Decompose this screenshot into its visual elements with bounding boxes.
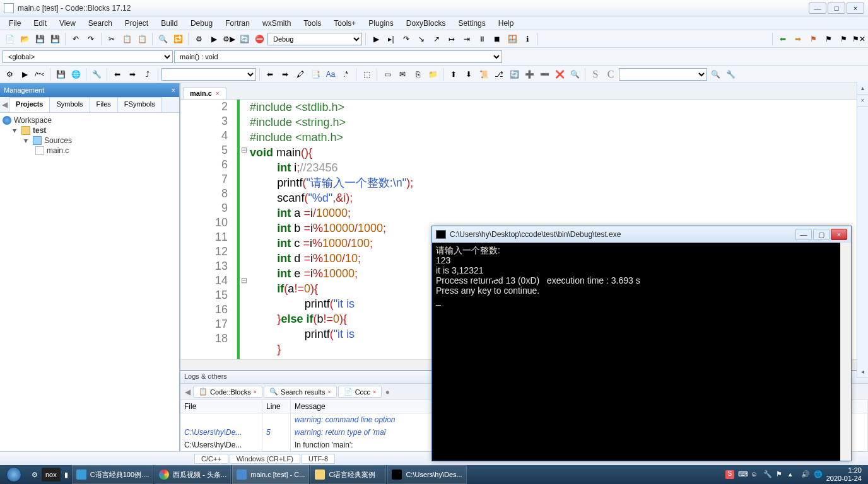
scope-select[interactable]: <global>: [3, 50, 173, 63]
f-log-icon[interactable]: 📜: [477, 67, 491, 81]
system-tray[interactable]: S ⌨ ☺ 🔧 ⚑ ▴ 🔊 🌐 1:20 2020-01-24: [725, 466, 868, 483]
step-out-icon[interactable]: ↗: [430, 32, 443, 46]
tab-files[interactable]: Files: [90, 97, 118, 112]
tab-scroll-left-icon[interactable]: ◀: [0, 97, 9, 112]
new-file-icon[interactable]: 📄: [3, 32, 16, 46]
project-tree[interactable]: Workspace ▾test ▾Sources main.c: [0, 113, 179, 451]
expander-icon[interactable]: ▾: [24, 136, 30, 145]
debug-continue-icon[interactable]: ▶: [369, 32, 383, 46]
menu-search[interactable]: Search: [82, 18, 119, 29]
menu-file[interactable]: File: [3, 18, 27, 29]
tab-close-icon[interactable]: ×: [327, 389, 331, 395]
dock-toggle-icon[interactable]: ◂: [857, 366, 868, 378]
management-close-icon[interactable]: ×: [172, 86, 175, 94]
tab-close-icon[interactable]: ×: [216, 90, 220, 97]
f-folder-icon[interactable]: 📁: [426, 67, 440, 81]
doxy-config-icon[interactable]: ⚙: [3, 67, 16, 81]
logs-tab-search[interactable]: 🔍 Search results ×: [264, 386, 337, 398]
next-icon[interactable]: ➡: [278, 67, 292, 81]
tray-keyboard-icon[interactable]: ⌨: [738, 470, 747, 479]
bookmark-next-icon[interactable]: ⚑: [821, 32, 835, 46]
build-run-icon[interactable]: ⚙▶: [222, 32, 236, 46]
f-up-icon[interactable]: ⬆: [447, 67, 460, 81]
tree-sources[interactable]: Sources: [44, 136, 72, 145]
copy-icon[interactable]: 📋: [120, 32, 134, 46]
menu-project[interactable]: Project: [119, 18, 155, 29]
jump-back-icon[interactable]: ⬅: [110, 67, 124, 81]
select-icon[interactable]: 📑: [308, 67, 322, 81]
replace-icon[interactable]: 🔁: [171, 32, 185, 46]
tray-volume-icon[interactable]: 🔊: [801, 470, 810, 479]
letter-s-icon[interactable]: S: [589, 67, 602, 81]
letter-c-icon[interactable]: C: [604, 67, 618, 81]
doxy-save-icon[interactable]: 💾: [54, 67, 67, 81]
redo-icon[interactable]: ↷: [84, 32, 98, 46]
tray-emoji-icon[interactable]: ☺: [751, 470, 760, 479]
tree-project[interactable]: test: [33, 126, 46, 135]
dock-close-icon[interactable]: ×: [857, 95, 868, 107]
tray-wrench-icon[interactable]: 🔧: [763, 470, 772, 479]
doxy-block-icon[interactable]: /**<: [33, 67, 47, 81]
menu-wxsmith[interactable]: wxSmith: [256, 18, 297, 29]
f-x-icon[interactable]: ❌: [553, 67, 566, 81]
logs-tab-codeblocks[interactable]: 📋 Code::Blocks ×: [193, 386, 262, 398]
highlight-icon[interactable]: 🖍: [293, 67, 307, 81]
menu-help[interactable]: Help: [492, 18, 520, 29]
start-button[interactable]: [0, 465, 28, 484]
menu-edit[interactable]: Edit: [27, 18, 53, 29]
menu-build[interactable]: Build: [155, 18, 184, 29]
doxy-html-icon[interactable]: 🌐: [69, 67, 83, 81]
cut-icon[interactable]: ✂: [105, 32, 119, 46]
save-icon[interactable]: 💾: [33, 32, 47, 46]
console-maximize-button[interactable]: ▢: [813, 229, 830, 240]
stop-debug-icon[interactable]: ⏹: [490, 32, 504, 46]
f-down-icon[interactable]: ⬇: [462, 67, 476, 81]
console-titlebar[interactable]: C:\Users\hy\Desktop\ccode\test\bin\Debug…: [432, 226, 851, 243]
minimize-button[interactable]: —: [809, 3, 826, 14]
editor-tab-main[interactable]: main.c ×: [183, 87, 226, 99]
tab-projects[interactable]: Projects: [9, 97, 50, 112]
gear-icon[interactable]: 🔧: [724, 67, 737, 81]
console-window[interactable]: C:\Users\hy\Desktop\ccode\test\bin\Debug…: [431, 226, 852, 461]
console-scrollbar[interactable]: [840, 243, 851, 461]
console-close-button[interactable]: ×: [831, 229, 847, 240]
nav-fwd-icon[interactable]: ➡: [791, 32, 805, 46]
function-select[interactable]: main() : void: [174, 50, 502, 63]
tab-close-icon[interactable]: ×: [373, 389, 376, 395]
break-icon[interactable]: ⏸: [475, 32, 489, 46]
logs-scroll-left-icon[interactable]: ◀: [183, 388, 192, 396]
run-to-cursor-icon[interactable]: ▸|: [384, 32, 398, 46]
doxy-wrench-icon[interactable]: 🔧: [90, 67, 103, 81]
tray-network-icon[interactable]: 🌐: [814, 470, 823, 479]
close-button[interactable]: ×: [847, 3, 864, 14]
save-all-icon[interactable]: 💾: [48, 32, 62, 46]
nav-back-icon[interactable]: ⬅: [776, 32, 790, 46]
f-mail-icon[interactable]: ✉: [396, 67, 409, 81]
f-diff-icon[interactable]: ⎘: [411, 67, 425, 81]
tree-workspace[interactable]: Workspace: [14, 116, 52, 125]
task-item[interactable]: C语言经典100例....: [72, 465, 154, 484]
tray-flag-icon[interactable]: ⚑: [776, 470, 785, 479]
fortran-1-icon[interactable]: ⬚: [360, 67, 373, 81]
fold-column[interactable]: ⊟⊟: [240, 100, 249, 359]
menu-tools-plus[interactable]: Tools+: [327, 18, 362, 29]
task-item[interactable]: C:\Users\hy\Des...: [387, 465, 466, 484]
zoom-icon[interactable]: 🔍: [708, 67, 722, 81]
prev-icon[interactable]: ⬅: [263, 67, 277, 81]
bookmark-toggle-icon[interactable]: ⚑: [836, 32, 850, 46]
paste-icon[interactable]: 📋: [135, 32, 149, 46]
build-target-select[interactable]: Debug: [267, 33, 362, 45]
rebuild-icon[interactable]: 🔄: [237, 32, 251, 46]
menu-doxyblocks[interactable]: DoxyBlocks: [400, 18, 452, 29]
find-icon[interactable]: 🔍: [156, 32, 170, 46]
abort-icon[interactable]: ⛔: [252, 32, 266, 46]
tab-close-icon[interactable]: ×: [254, 389, 257, 395]
tab-symbols[interactable]: Symbols: [49, 97, 90, 112]
step-instr-icon[interactable]: ⇥: [460, 32, 474, 46]
jump-last-icon[interactable]: ⤴: [141, 67, 155, 81]
debug-windows-icon[interactable]: 🪟: [505, 32, 519, 46]
logs-scroll-right-icon[interactable]: ●: [383, 388, 392, 396]
next-instr-icon[interactable]: ↦: [445, 32, 459, 46]
task-item[interactable]: 西瓜视频 - 头条...: [155, 465, 231, 484]
run-icon[interactable]: ▶: [207, 32, 221, 46]
